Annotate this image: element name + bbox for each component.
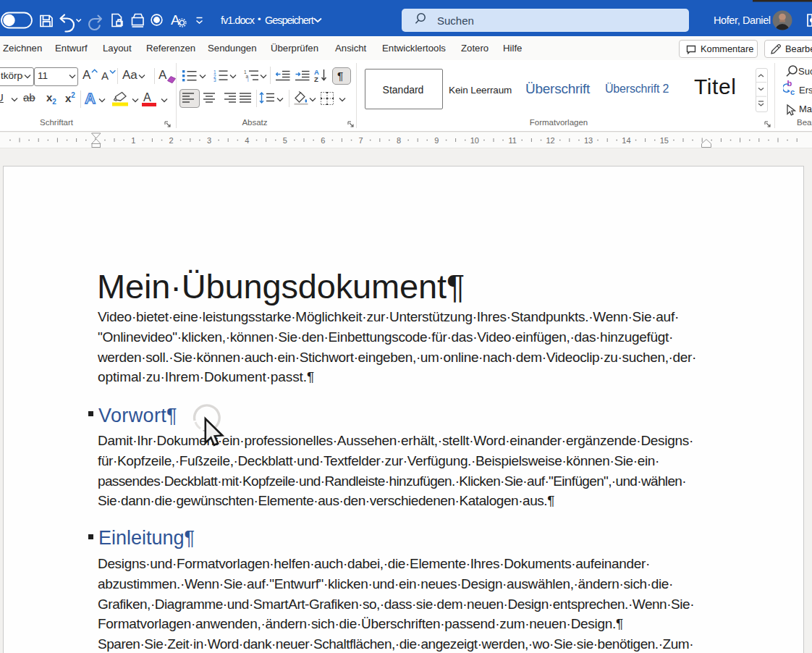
svg-text:12: 12 [546,136,554,145]
svg-text:13: 13 [584,136,593,145]
svg-text:9: 9 [434,136,439,145]
svg-text:3: 3 [207,136,211,145]
svg-text:7: 7 [359,136,363,145]
svg-text:10: 10 [470,136,479,145]
svg-text:11: 11 [508,136,516,145]
svg-text:6: 6 [321,136,325,145]
svg-text:4: 4 [245,136,249,145]
svg-text:15: 15 [660,136,669,145]
svg-text:5: 5 [283,136,287,145]
svg-text:1: 1 [131,136,135,145]
svg-text:8: 8 [397,136,401,145]
svg-text:14: 14 [622,136,630,145]
svg-text:2: 2 [169,136,174,145]
